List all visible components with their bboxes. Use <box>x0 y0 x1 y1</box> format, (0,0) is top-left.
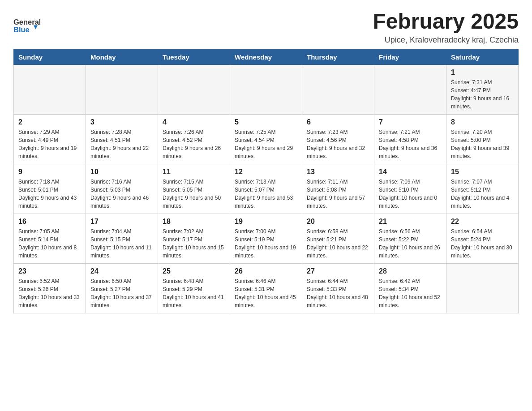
day-info: Sunrise: 7:11 AMSunset: 5:08 PMDaylight:… <box>307 178 369 210</box>
sunrise-text: Sunrise: 6:50 AM <box>90 277 153 285</box>
sunset-text: Sunset: 5:00 PM <box>451 136 514 144</box>
day-number: 17 <box>90 218 153 226</box>
page-header: General Blue February 2025 Upice, Kralov… <box>13 9 519 45</box>
daylight-text: Daylight: 10 hours and 8 minutes. <box>18 244 81 260</box>
calendar-cell-w4-d2: 17Sunrise: 7:04 AMSunset: 5:15 PMDayligh… <box>86 214 158 264</box>
sunset-text: Sunset: 5:19 PM <box>235 235 297 244</box>
day-info: Sunrise: 7:18 AMSunset: 5:01 PMDaylight:… <box>18 178 81 210</box>
day-info: Sunrise: 6:42 AMSunset: 5:34 PMDaylight:… <box>379 277 442 309</box>
sunset-text: Sunset: 4:52 PM <box>163 136 225 144</box>
sunrise-text: Sunrise: 7:23 AM <box>307 128 369 136</box>
sunset-text: Sunset: 5:24 PM <box>451 235 514 244</box>
calendar-header-row: Sunday Monday Tuesday Wednesday Thursday… <box>14 50 519 65</box>
sunset-text: Sunset: 5:14 PM <box>18 235 81 244</box>
daylight-text: Daylight: 10 hours and 4 minutes. <box>451 194 514 210</box>
sunrise-text: Sunrise: 7:29 AM <box>18 128 81 136</box>
daylight-text: Daylight: 9 hours and 26 minutes. <box>163 144 225 160</box>
day-number: 18 <box>163 218 225 226</box>
page-title: February 2025 <box>373 9 519 34</box>
sunset-text: Sunset: 5:31 PM <box>235 285 297 293</box>
day-number: 26 <box>235 267 297 275</box>
sunrise-text: Sunrise: 7:09 AM <box>379 178 442 186</box>
day-number: 5 <box>235 118 297 126</box>
calendar-cell-w3-d5: 13Sunrise: 7:11 AMSunset: 5:08 PMDayligh… <box>302 164 374 214</box>
calendar-table: Sunday Monday Tuesday Wednesday Thursday… <box>13 49 519 313</box>
sunrise-text: Sunrise: 7:16 AM <box>90 178 153 186</box>
daylight-text: Daylight: 9 hours and 46 minutes. <box>90 194 153 210</box>
daylight-text: Daylight: 10 hours and 11 minutes. <box>90 244 153 260</box>
day-number: 15 <box>451 168 514 176</box>
daylight-text: Daylight: 9 hours and 22 minutes. <box>90 144 153 160</box>
daylight-text: Daylight: 9 hours and 16 minutes. <box>451 94 514 111</box>
day-number: 10 <box>90 168 153 176</box>
day-info: Sunrise: 6:58 AMSunset: 5:21 PMDaylight:… <box>307 227 369 260</box>
calendar-cell-w2-d7: 8Sunrise: 7:20 AMSunset: 5:00 PMDaylight… <box>446 115 519 164</box>
daylight-text: Daylight: 10 hours and 48 minutes. <box>307 293 369 309</box>
calendar-cell-w3-d7: 15Sunrise: 7:07 AMSunset: 5:12 PMDayligh… <box>446 164 519 214</box>
calendar-cell-w2-d4: 5Sunrise: 7:25 AMSunset: 4:54 PMDaylight… <box>230 115 302 164</box>
calendar-cell-w3-d1: 9Sunrise: 7:18 AMSunset: 5:01 PMDaylight… <box>14 164 86 214</box>
sunset-text: Sunset: 5:29 PM <box>163 285 225 293</box>
day-number: 16 <box>18 218 81 226</box>
calendar-cell-w1-d7: 1Sunrise: 7:31 AMSunset: 4:47 PMDaylight… <box>446 65 519 115</box>
sunset-text: Sunset: 5:33 PM <box>307 285 369 293</box>
daylight-text: Daylight: 10 hours and 45 minutes. <box>235 293 297 309</box>
header-saturday: Saturday <box>446 50 519 65</box>
logo: General Blue <box>13 9 40 36</box>
calendar-cell-w2-d3: 4Sunrise: 7:26 AMSunset: 4:52 PMDaylight… <box>158 115 230 164</box>
daylight-text: Daylight: 10 hours and 15 minutes. <box>163 244 225 260</box>
svg-marker-1 <box>34 26 38 30</box>
calendar-cell-w3-d6: 14Sunrise: 7:09 AMSunset: 5:10 PMDayligh… <box>374 164 446 214</box>
calendar-cell-w4-d3: 18Sunrise: 7:02 AMSunset: 5:17 PMDayligh… <box>158 214 230 264</box>
day-info: Sunrise: 7:02 AMSunset: 5:17 PMDaylight:… <box>163 227 225 260</box>
sunrise-text: Sunrise: 7:13 AM <box>235 178 297 186</box>
day-info: Sunrise: 7:25 AMSunset: 4:54 PMDaylight:… <box>235 128 297 160</box>
day-info: Sunrise: 7:23 AMSunset: 4:56 PMDaylight:… <box>307 128 369 160</box>
day-info: Sunrise: 6:48 AMSunset: 5:29 PMDaylight:… <box>163 277 225 309</box>
daylight-text: Daylight: 10 hours and 22 minutes. <box>307 244 369 260</box>
day-number: 24 <box>90 267 153 275</box>
sunrise-text: Sunrise: 6:44 AM <box>307 277 369 285</box>
daylight-text: Daylight: 9 hours and 29 minutes. <box>235 144 297 160</box>
day-number: 7 <box>379 118 442 126</box>
sunrise-text: Sunrise: 6:58 AM <box>307 227 369 235</box>
day-number: 27 <box>307 267 369 275</box>
calendar-cell-w1-d6 <box>374 65 446 115</box>
calendar-cell-w4-d7: 22Sunrise: 6:54 AMSunset: 5:24 PMDayligh… <box>446 214 519 264</box>
sunrise-text: Sunrise: 6:56 AM <box>379 227 442 235</box>
sunset-text: Sunset: 5:34 PM <box>379 285 442 293</box>
sunrise-text: Sunrise: 6:54 AM <box>451 227 514 235</box>
calendar-cell-w5-d2: 24Sunrise: 6:50 AMSunset: 5:27 PMDayligh… <box>86 264 158 313</box>
sunrise-text: Sunrise: 7:04 AM <box>90 227 153 235</box>
sunset-text: Sunset: 5:22 PM <box>379 235 442 244</box>
day-info: Sunrise: 7:05 AMSunset: 5:14 PMDaylight:… <box>18 227 81 260</box>
header-tuesday: Tuesday <box>158 50 230 65</box>
day-info: Sunrise: 7:26 AMSunset: 4:52 PMDaylight:… <box>163 128 225 160</box>
daylight-text: Daylight: 9 hours and 57 minutes. <box>307 194 369 210</box>
calendar-cell-w1-d3 <box>158 65 230 115</box>
day-number: 9 <box>18 168 81 176</box>
sunset-text: Sunset: 5:27 PM <box>90 285 153 293</box>
day-info: Sunrise: 7:09 AMSunset: 5:10 PMDaylight:… <box>379 178 442 210</box>
calendar-week-2: 2Sunrise: 7:29 AMSunset: 4:49 PMDaylight… <box>14 115 519 164</box>
sunset-text: Sunset: 5:21 PM <box>307 235 369 244</box>
sunrise-text: Sunrise: 7:02 AM <box>163 227 225 235</box>
calendar-cell-w3-d2: 10Sunrise: 7:16 AMSunset: 5:03 PMDayligh… <box>86 164 158 214</box>
sunset-text: Sunset: 4:56 PM <box>307 136 369 144</box>
calendar-cell-w1-d5 <box>302 65 374 115</box>
calendar-cell-w4-d4: 19Sunrise: 7:00 AMSunset: 5:19 PMDayligh… <box>230 214 302 264</box>
daylight-text: Daylight: 10 hours and 37 minutes. <box>90 293 153 309</box>
day-info: Sunrise: 7:15 AMSunset: 5:05 PMDaylight:… <box>163 178 225 210</box>
calendar-cell-w5-d5: 27Sunrise: 6:44 AMSunset: 5:33 PMDayligh… <box>302 264 374 313</box>
daylight-text: Daylight: 10 hours and 41 minutes. <box>163 293 225 309</box>
day-info: Sunrise: 6:44 AMSunset: 5:33 PMDaylight:… <box>307 277 369 309</box>
sunset-text: Sunset: 4:54 PM <box>235 136 297 144</box>
sunset-text: Sunset: 4:51 PM <box>90 136 153 144</box>
calendar-cell-w4-d5: 20Sunrise: 6:58 AMSunset: 5:21 PMDayligh… <box>302 214 374 264</box>
sunrise-text: Sunrise: 7:28 AM <box>90 128 153 136</box>
day-info: Sunrise: 7:00 AMSunset: 5:19 PMDaylight:… <box>235 227 297 260</box>
calendar-week-1: 1Sunrise: 7:31 AMSunset: 4:47 PMDaylight… <box>14 65 519 115</box>
sunset-text: Sunset: 4:58 PM <box>379 136 442 144</box>
calendar-cell-w2-d5: 6Sunrise: 7:23 AMSunset: 4:56 PMDaylight… <box>302 115 374 164</box>
day-info: Sunrise: 7:07 AMSunset: 5:12 PMDaylight:… <box>451 178 514 210</box>
